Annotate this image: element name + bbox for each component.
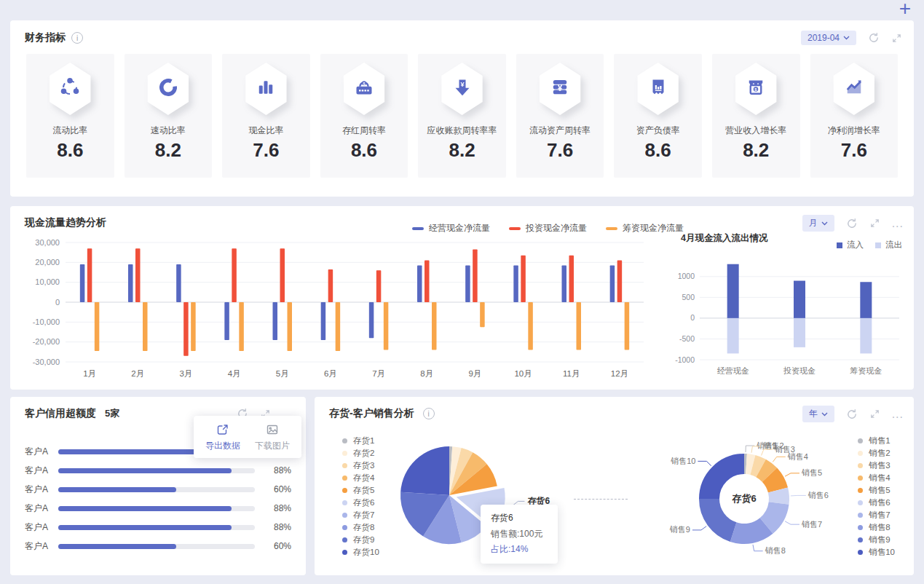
svg-text:7月: 7月: [372, 369, 385, 378]
kpi-label: 现金比率: [222, 125, 310, 137]
kpi-label: 速动比率: [125, 125, 213, 137]
more-icon[interactable]: ...: [892, 411, 904, 418]
tooltip-title: 存货6: [491, 510, 548, 526]
svg-text:500: 500: [682, 293, 695, 301]
svg-text:20,000: 20,000: [35, 258, 60, 267]
ring-refresh-icon: [157, 76, 179, 101]
donut-slice-销售4[interactable]: [761, 468, 770, 475]
pie-slice-存货10[interactable]: [400, 446, 449, 495]
credit-bar-list: 客户A88%客户A88%客户A60%客户A88%客户A88%客户A60%: [10, 442, 306, 556]
svg-text:0: 0: [690, 313, 695, 322]
kpi-value: 8.2: [418, 139, 506, 162]
bar-投资现金净流量-9月: [473, 250, 478, 302]
kpi-card-2[interactable]: 速动比率8.2: [125, 54, 213, 178]
info-icon[interactable]: i: [71, 32, 83, 44]
kpi-card-8[interactable]: $营业收入增长率8.2: [712, 54, 800, 178]
legend-label: 投资现金净流量: [526, 222, 587, 234]
donut-slice-销售3[interactable]: [753, 465, 761, 468]
hexagon-badge: [242, 63, 289, 115]
kpi-card-3[interactable]: 现金比率7.6: [222, 54, 310, 178]
sales-donut-chart: 销售1销售2销售3销售4销售5销售6销售7销售8销售9销售10存货6: [635, 409, 890, 570]
cashflow-legend: 经营现金净流量投资现金净流量筹资现金净流量: [412, 222, 684, 234]
legend-item-销售1[interactable]: 销售1: [858, 435, 895, 447]
credit-over-limit-panel: 客户信用超额度 5家 ... 导出数据: [10, 397, 306, 575]
legend-label: 销售2: [869, 448, 890, 459]
legend-marker: [837, 242, 842, 248]
svg-text:销售5: 销售5: [801, 468, 822, 477]
kpi-card-7[interactable]: 资产负债率8.6: [614, 54, 702, 178]
legend-item-投资现金净流量[interactable]: 投资现金净流量: [509, 222, 587, 234]
donut-slice-销售2[interactable]: [746, 464, 753, 465]
bar-投资现金净流量-11月: [569, 256, 574, 302]
donut-slice-销售7[interactable]: [767, 503, 779, 526]
legend-item-销售2[interactable]: 销售2: [858, 447, 895, 459]
bar-经营现金净流量-11月: [562, 265, 567, 302]
kpi-card-6[interactable]: ¥流动资产周转率7.6: [516, 54, 604, 178]
kpi-card-5[interactable]: ¥应收账款周转率率8.2: [418, 54, 506, 178]
legend-dot: [342, 537, 347, 542]
legend-item-销售7[interactable]: 销售7: [858, 509, 895, 521]
hexagon-badge: [831, 63, 877, 115]
legend-label: 销售10: [869, 547, 895, 558]
kpi-value: 8.2: [712, 139, 800, 162]
svg-text:筹资现金: 筹资现金: [850, 366, 882, 375]
bar-经营现金净流量-8月: [417, 265, 422, 302]
sales-legend: 销售1销售2销售3销售4销售5销售6销售7销售8销售9销售10: [858, 435, 895, 559]
legend-item-销售9[interactable]: 销售9: [858, 534, 895, 546]
donut-slice-销售6[interactable]: [778, 490, 779, 503]
svg-text:10月: 10月: [514, 369, 532, 378]
legend-item-销售6[interactable]: 销售6: [858, 497, 895, 509]
credit-row-4: 客户A88%: [25, 499, 291, 518]
legend-marker: [509, 227, 521, 230]
donut-slice-销售9[interactable]: [709, 499, 733, 532]
bar-chart-icon: [255, 76, 277, 101]
bar-经营现金净流量-9月: [465, 265, 470, 302]
hexagon-badge: $: [341, 63, 387, 115]
credit-row-2: 客户A88%: [25, 461, 291, 480]
expand-icon[interactable]: [891, 33, 902, 44]
bar-流出-经营现金: [727, 318, 739, 354]
legend-item-经营现金净流量[interactable]: 经营现金净流量: [412, 222, 490, 234]
donut-slice-销售5[interactable]: [770, 475, 778, 490]
share-nodes-icon: [59, 76, 81, 101]
svg-text:销售7: 销售7: [801, 520, 822, 529]
svg-text:投资现金: 投资现金: [783, 366, 816, 375]
legend-item-流出[interactable]: 流出: [875, 240, 902, 250]
add-widget-button[interactable]: +: [899, 0, 911, 20]
legend-item-销售10[interactable]: 销售10: [858, 546, 895, 559]
legend-item-销售4[interactable]: 销售4: [858, 472, 895, 484]
legend-item-销售8[interactable]: 销售8: [858, 521, 895, 534]
kpi-card-4[interactable]: $存红周转率8.6: [320, 54, 408, 178]
legend-label: 流入: [847, 240, 864, 250]
export-data-button[interactable]: 导出数据: [205, 423, 240, 452]
donut-slice-销售8[interactable]: [733, 526, 766, 534]
kpi-card-9[interactable]: 净利润增长率7.6: [810, 54, 899, 178]
info-icon[interactable]: i: [423, 408, 435, 419]
legend-dot: [342, 463, 347, 468]
kpi-cards: 流动比率8.6速动比率8.2现金比率7.6$存红周转率8.6¥应收账款周转率率8…: [26, 54, 898, 178]
svg-text:10,000: 10,000: [35, 277, 60, 286]
download-image-button[interactable]: 下载图片: [255, 423, 290, 452]
refresh-icon[interactable]: [868, 32, 880, 44]
bar-投资现金净流量-5月: [280, 248, 285, 302]
legend-label: 销售6: [869, 497, 890, 508]
legend-item-销售5[interactable]: 销售5: [858, 484, 895, 497]
bar-fill: [58, 487, 176, 492]
svg-text:销售4: 销售4: [787, 452, 808, 461]
kpi-card-1[interactable]: 流动比率8.6: [26, 54, 114, 178]
legend-item-销售3[interactable]: 销售3: [858, 459, 895, 472]
bar-筹资现金净流量-8月: [432, 302, 437, 350]
svg-text:6月: 6月: [324, 369, 337, 378]
legend-item-流入[interactable]: 流入: [837, 240, 864, 250]
kpi-value: 8.2: [125, 139, 213, 162]
period-dropdown[interactable]: 2019-04: [801, 31, 856, 45]
bar-筹资现金净流量-5月: [288, 302, 293, 351]
bar-track: [58, 487, 255, 492]
inout-legend: 流入流出: [837, 240, 902, 250]
legend-label: 销售8: [869, 522, 890, 533]
kpi-value: 8.6: [614, 139, 702, 162]
bar-fill: [58, 506, 232, 511]
credit-row-5: 客户A88%: [25, 518, 291, 537]
credit-count-badge: 5家: [105, 407, 119, 420]
svg-text:销售6: 销售6: [807, 491, 829, 500]
